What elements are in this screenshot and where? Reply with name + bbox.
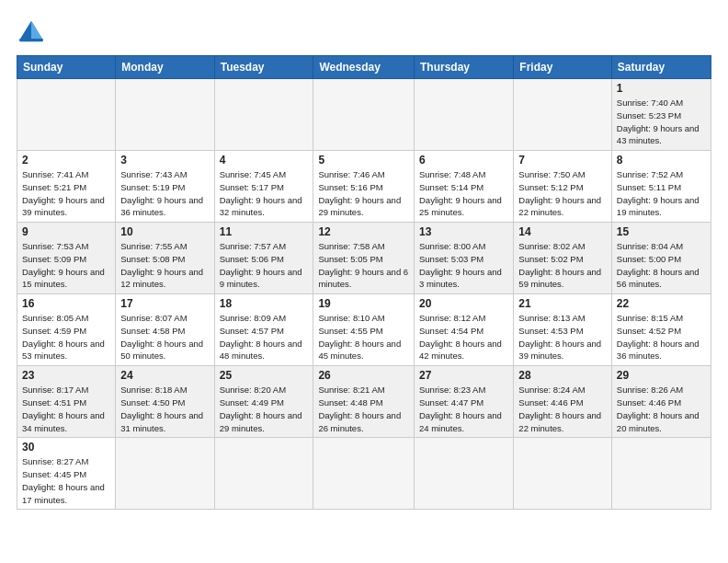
calendar-cell <box>415 79 514 151</box>
day-number: 22 <box>617 297 706 310</box>
day-info: Sunrise: 7:48 AM Sunset: 5:14 PM Dayligh… <box>419 168 508 219</box>
calendar-cell: 12Sunrise: 7:58 AM Sunset: 5:05 PM Dayli… <box>313 223 415 294</box>
day-info: Sunrise: 8:24 AM Sunset: 4:46 PM Dayligh… <box>518 384 607 434</box>
day-number: 15 <box>617 225 706 238</box>
day-info: Sunrise: 8:04 AM Sunset: 5:00 PM Dayligh… <box>617 240 706 291</box>
calendar-cell: 15Sunrise: 8:04 AM Sunset: 5:00 PM Dayli… <box>611 223 711 294</box>
day-number: 12 <box>318 225 409 238</box>
day-number: 19 <box>318 297 409 310</box>
day-info: Sunrise: 7:58 AM Sunset: 5:05 PM Dayligh… <box>318 240 409 291</box>
day-info: Sunrise: 8:21 AM Sunset: 4:48 PM Dayligh… <box>318 384 409 434</box>
calendar-cell <box>116 438 214 510</box>
day-number: 13 <box>419 225 508 238</box>
calendar-cell: 3Sunrise: 7:43 AM Sunset: 5:19 PM Daylig… <box>116 151 214 223</box>
day-number: 11 <box>220 225 309 238</box>
weekday-header-sunday: Sunday <box>17 56 116 79</box>
day-number: 27 <box>419 369 508 382</box>
calendar-cell: 9Sunrise: 7:53 AM Sunset: 5:09 PM Daylig… <box>17 223 116 294</box>
day-number: 28 <box>518 369 607 382</box>
calendar-week-row: 1Sunrise: 7:40 AM Sunset: 5:23 PM Daylig… <box>17 79 711 151</box>
day-number: 21 <box>518 297 607 310</box>
day-info: Sunrise: 7:45 AM Sunset: 5:17 PM Dayligh… <box>220 168 309 219</box>
day-number: 18 <box>220 297 309 310</box>
calendar-week-row: 23Sunrise: 8:17 AM Sunset: 4:51 PM Dayli… <box>17 366 711 438</box>
day-info: Sunrise: 8:27 AM Sunset: 4:45 PM Dayligh… <box>22 455 110 506</box>
calendar-cell: 11Sunrise: 7:57 AM Sunset: 5:06 PM Dayli… <box>214 223 313 294</box>
calendar-cell: 30Sunrise: 8:27 AM Sunset: 4:45 PM Dayli… <box>17 438 116 510</box>
weekday-header-wednesday: Wednesday <box>313 56 415 79</box>
calendar-cell: 14Sunrise: 8:02 AM Sunset: 5:02 PM Dayli… <box>514 223 612 294</box>
calendar-cell: 20Sunrise: 8:12 AM Sunset: 4:54 PM Dayli… <box>415 294 514 366</box>
day-number: 20 <box>419 297 508 310</box>
calendar-cell: 22Sunrise: 8:15 AM Sunset: 4:52 PM Dayli… <box>611 294 711 366</box>
day-info: Sunrise: 7:46 AM Sunset: 5:16 PM Dayligh… <box>318 168 409 219</box>
day-info: Sunrise: 8:26 AM Sunset: 4:46 PM Dayligh… <box>617 384 706 434</box>
calendar-cell: 7Sunrise: 7:50 AM Sunset: 5:12 PM Daylig… <box>514 151 612 223</box>
day-number: 8 <box>617 154 706 167</box>
day-info: Sunrise: 7:55 AM Sunset: 5:08 PM Dayligh… <box>120 240 209 291</box>
day-number: 3 <box>120 154 209 167</box>
calendar-cell: 16Sunrise: 8:05 AM Sunset: 4:59 PM Dayli… <box>17 294 116 366</box>
day-info: Sunrise: 7:41 AM Sunset: 5:21 PM Dayligh… <box>22 168 110 219</box>
calendar-cell: 1Sunrise: 7:40 AM Sunset: 5:23 PM Daylig… <box>611 79 711 151</box>
day-info: Sunrise: 7:43 AM Sunset: 5:19 PM Dayligh… <box>120 168 209 219</box>
day-info: Sunrise: 8:05 AM Sunset: 4:59 PM Dayligh… <box>22 312 110 362</box>
day-number: 29 <box>617 369 706 382</box>
day-info: Sunrise: 8:23 AM Sunset: 4:47 PM Dayligh… <box>419 384 508 434</box>
day-number: 7 <box>518 154 607 167</box>
weekday-header-friday: Friday <box>514 56 612 79</box>
calendar-cell <box>611 438 711 510</box>
day-info: Sunrise: 8:20 AM Sunset: 4:49 PM Dayligh… <box>220 384 309 434</box>
day-number: 23 <box>22 369 110 382</box>
calendar-header-row: SundayMondayTuesdayWednesdayThursdayFrid… <box>17 56 711 79</box>
day-number: 9 <box>22 225 110 238</box>
calendar-cell: 26Sunrise: 8:21 AM Sunset: 4:48 PM Dayli… <box>313 366 415 438</box>
calendar-week-row: 9Sunrise: 7:53 AM Sunset: 5:09 PM Daylig… <box>17 223 711 294</box>
day-info: Sunrise: 7:52 AM Sunset: 5:11 PM Dayligh… <box>617 168 706 219</box>
weekday-header-tuesday: Tuesday <box>214 56 313 79</box>
day-info: Sunrise: 8:13 AM Sunset: 4:53 PM Dayligh… <box>518 312 607 362</box>
calendar-cell <box>514 79 612 151</box>
day-info: Sunrise: 8:00 AM Sunset: 5:03 PM Dayligh… <box>419 240 508 291</box>
calendar-cell: 21Sunrise: 8:13 AM Sunset: 4:53 PM Dayli… <box>514 294 612 366</box>
calendar-cell: 8Sunrise: 7:52 AM Sunset: 5:11 PM Daylig… <box>611 151 711 223</box>
day-number: 10 <box>120 225 209 238</box>
day-number: 25 <box>220 369 309 382</box>
calendar-cell: 18Sunrise: 8:09 AM Sunset: 4:57 PM Dayli… <box>214 294 313 366</box>
calendar-cell <box>313 438 415 510</box>
calendar-cell: 5Sunrise: 7:46 AM Sunset: 5:16 PM Daylig… <box>313 151 415 223</box>
day-info: Sunrise: 8:09 AM Sunset: 4:57 PM Dayligh… <box>220 312 309 362</box>
svg-marker-1 <box>31 21 43 40</box>
calendar-cell <box>17 79 116 151</box>
weekday-header-thursday: Thursday <box>415 56 514 79</box>
calendar-cell: 28Sunrise: 8:24 AM Sunset: 4:46 PM Dayli… <box>514 366 612 438</box>
day-info: Sunrise: 8:18 AM Sunset: 4:50 PM Dayligh… <box>120 384 209 434</box>
calendar-cell <box>116 79 214 151</box>
calendar-cell: 23Sunrise: 8:17 AM Sunset: 4:51 PM Dayli… <box>17 366 116 438</box>
day-number: 6 <box>419 154 508 167</box>
day-info: Sunrise: 8:15 AM Sunset: 4:52 PM Dayligh… <box>617 312 706 362</box>
page: SundayMondayTuesdayWednesdayThursdayFrid… <box>0 0 728 563</box>
day-number: 16 <box>22 297 110 310</box>
weekday-header-saturday: Saturday <box>611 56 711 79</box>
day-number: 1 <box>617 82 706 95</box>
calendar-cell <box>313 79 415 151</box>
calendar-cell <box>214 438 313 510</box>
calendar-cell: 13Sunrise: 8:00 AM Sunset: 5:03 PM Dayli… <box>415 223 514 294</box>
calendar-cell: 10Sunrise: 7:55 AM Sunset: 5:08 PM Dayli… <box>116 223 214 294</box>
day-info: Sunrise: 7:53 AM Sunset: 5:09 PM Dayligh… <box>22 240 110 291</box>
calendar-cell: 17Sunrise: 8:07 AM Sunset: 4:58 PM Dayli… <box>116 294 214 366</box>
calendar-cell: 25Sunrise: 8:20 AM Sunset: 4:49 PM Dayli… <box>214 366 313 438</box>
calendar-cell: 29Sunrise: 8:26 AM Sunset: 4:46 PM Dayli… <box>611 366 711 438</box>
day-info: Sunrise: 8:07 AM Sunset: 4:58 PM Dayligh… <box>120 312 209 362</box>
day-info: Sunrise: 7:57 AM Sunset: 5:06 PM Dayligh… <box>220 240 309 291</box>
calendar-cell: 6Sunrise: 7:48 AM Sunset: 5:14 PM Daylig… <box>415 151 514 223</box>
day-number: 5 <box>318 154 409 167</box>
calendar-week-row: 16Sunrise: 8:05 AM Sunset: 4:59 PM Dayli… <box>17 294 711 366</box>
day-number: 17 <box>120 297 209 310</box>
calendar-cell: 2Sunrise: 7:41 AM Sunset: 5:21 PM Daylig… <box>17 151 116 223</box>
day-number: 2 <box>22 154 110 167</box>
calendar-cell: 24Sunrise: 8:18 AM Sunset: 4:50 PM Dayli… <box>116 366 214 438</box>
calendar-week-row: 2Sunrise: 7:41 AM Sunset: 5:21 PM Daylig… <box>17 151 711 223</box>
svg-rect-2 <box>19 39 43 41</box>
